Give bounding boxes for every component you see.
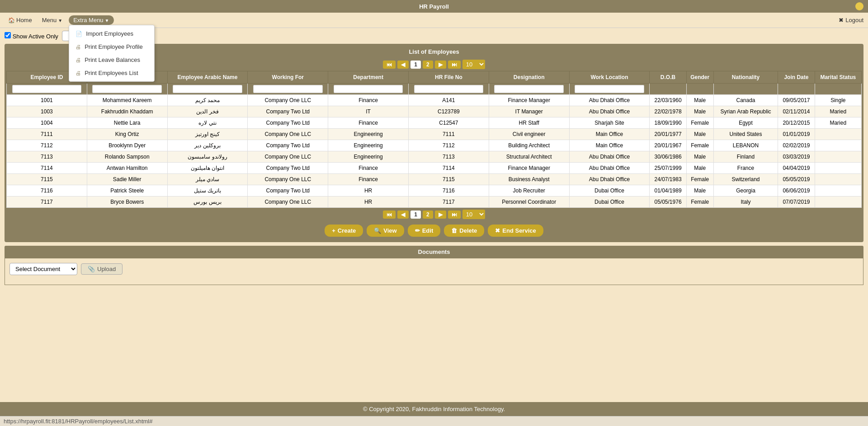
- table-cell: Main Office: [569, 129, 650, 140]
- create-label: Create: [338, 227, 356, 234]
- table-cell: Male: [686, 163, 713, 174]
- extra-menu-label: Extra Menu: [73, 17, 103, 23]
- table-row[interactable]: 1001Mohammed Kareemمحمد كريمCompany One …: [7, 95, 862, 106]
- prev-page-btn[interactable]: ◀: [397, 61, 409, 69]
- table-row[interactable]: 7117Bryce Bowersبريس بورسCompany One LLC…: [7, 197, 862, 208]
- table-row[interactable]: 7112Brooklynn Dyerبروكلين ديرCompany Two…: [7, 140, 862, 151]
- filter-designation[interactable]: [494, 85, 564, 93]
- table-cell: 7113: [7, 151, 87, 163]
- table-row[interactable]: 1003Fakhruddin Khaddamفخر الدينCompany T…: [7, 106, 862, 117]
- bottom-prev-page-btn[interactable]: ◀: [397, 211, 409, 219]
- table-cell: Civil engineer: [489, 129, 569, 140]
- end-service-button[interactable]: ✖ End Service: [488, 225, 543, 237]
- table-cell: Company One LLC: [248, 95, 328, 106]
- table-cell: Company One LLC: [248, 197, 328, 208]
- table-cell: Italy: [713, 197, 778, 208]
- table-cell: Male: [686, 95, 713, 106]
- table-row[interactable]: 7111King Ortizكينج اورتيزCompany One LLC…: [7, 129, 862, 140]
- table-cell: Male: [686, 129, 713, 140]
- table-cell: HR: [328, 197, 409, 208]
- extra-menu-dropdown: 📄 Import Employees 🖨 Print Employee Prof…: [69, 25, 155, 82]
- nav-extra-menu[interactable]: Extra Menu 📄 Import Employees 🖨 Print Em…: [69, 15, 113, 25]
- table-row[interactable]: 7115Sadie Millerسادي ميلرCompany One LLC…: [7, 174, 862, 185]
- filter-employee-name[interactable]: [92, 85, 162, 93]
- first-page-btn[interactable]: ⏮: [383, 61, 396, 69]
- table-cell: C123789: [408, 106, 489, 117]
- menu-print-employees-list[interactable]: 🖨 Print Employees List: [69, 66, 154, 80]
- table-cell: Female: [686, 174, 713, 185]
- filter-hr-file[interactable]: [414, 85, 484, 93]
- table-cell: [815, 197, 861, 208]
- end-service-label: End Service: [502, 227, 536, 234]
- page-2-btn[interactable]: 2: [423, 61, 433, 69]
- logout-button[interactable]: ✖ Logout: [839, 17, 863, 23]
- filter-employee-id[interactable]: [12, 85, 82, 93]
- menu-print-employee-profile[interactable]: 🖨 Print Employee Profile: [69, 40, 154, 53]
- table-row[interactable]: 1004Nettie Laraنتي لارهCompany Two LtdFi…: [7, 117, 862, 129]
- print-employees-list-icon: 🖨: [75, 70, 81, 76]
- last-page-btn[interactable]: ⏭: [448, 61, 461, 69]
- table-cell: Single: [815, 95, 861, 106]
- per-page-select[interactable]: 10 25 50 100: [462, 60, 485, 69]
- end-service-icon: ✖: [495, 227, 500, 234]
- table-cell: Abu Dhabi Office: [569, 95, 650, 106]
- table-cell: A141: [408, 95, 489, 106]
- table-cell: 22/03/1960: [650, 95, 686, 106]
- table-cell: Female: [686, 140, 713, 151]
- upload-label: Upload: [97, 266, 116, 272]
- next-page-btn[interactable]: ▶: [435, 61, 446, 69]
- table-cell: Fakhruddin Khaddam: [87, 106, 167, 117]
- filter-working-for[interactable]: [253, 85, 323, 93]
- bottom-next-page-btn[interactable]: ▶: [435, 211, 446, 219]
- table-cell: 01/04/1989: [650, 185, 686, 197]
- table-cell: بروكلين دير: [167, 140, 248, 151]
- table-cell: فخر الدين: [167, 106, 248, 117]
- table-cell: [815, 185, 861, 197]
- table-cell: King Ortiz: [87, 129, 167, 140]
- table-cell: Company Two Ltd: [248, 185, 328, 197]
- delete-button[interactable]: 🗑 Delete: [444, 225, 484, 237]
- bottom-per-page-select[interactable]: 10 25 50 100: [462, 210, 485, 219]
- table-cell: 05/05/1976: [650, 197, 686, 208]
- filter-arabic-name[interactable]: [173, 85, 242, 93]
- table-cell: Maried: [815, 117, 861, 129]
- table-cell: [815, 140, 861, 151]
- table-cell: بريس بورس: [167, 197, 248, 208]
- delete-label: Delete: [459, 227, 477, 234]
- top-bar: HR Payroll: [0, 0, 868, 13]
- table-cell: Female: [686, 117, 713, 129]
- bottom-first-page-btn[interactable]: ⏮: [383, 211, 396, 219]
- nav-menu[interactable]: Menu: [38, 15, 66, 25]
- filter-department[interactable]: [334, 85, 403, 93]
- edit-icon: ✏: [415, 227, 420, 234]
- status-bar: https://hrpayroll.fit:8181/HRPayroll/emp…: [0, 416, 868, 426]
- action-bar: + Create 🔍 View ✏ Edit 🗑 Delete ✖ End Se…: [6, 221, 862, 240]
- table-cell: 20/01/1977: [650, 129, 686, 140]
- bottom-page-2-btn[interactable]: 2: [423, 211, 433, 219]
- table-cell: Dubai Office: [569, 185, 650, 197]
- table-cell: Antwan Hamilton: [87, 163, 167, 174]
- table-cell: Sharjah Site: [569, 117, 650, 129]
- table-cell: 01/01/2019: [778, 129, 815, 140]
- menu-print-leave-balances[interactable]: 🖨 Print Leave Balances: [69, 53, 154, 66]
- table-cell: Personnel Coordinator: [489, 197, 569, 208]
- filter-work-location[interactable]: [575, 85, 644, 93]
- document-select[interactable]: Select Document: [9, 263, 77, 275]
- table-cell: 1003: [7, 106, 87, 117]
- logout-icon: ✖: [839, 17, 844, 23]
- table-row[interactable]: 7113Rolando Sampsonرولاندو سامبسونCompan…: [7, 151, 862, 163]
- create-button[interactable]: + Create: [325, 225, 363, 237]
- table-row[interactable]: 7116Patrick Steeleباتريك ستيلCompany Two…: [7, 185, 862, 197]
- edit-button[interactable]: ✏ Edit: [408, 225, 441, 237]
- bottom-page-1-btn[interactable]: 1: [410, 211, 421, 219]
- table-row[interactable]: 7114Antwan Hamiltonانتوان هاميلتونCompan…: [7, 163, 862, 174]
- nav-bar: Home Menu Extra Menu 📄 Import Employees …: [0, 13, 868, 28]
- view-button[interactable]: 🔍 View: [367, 225, 404, 237]
- table-cell: كينج اورتيز: [167, 129, 248, 140]
- show-active-only-checkbox[interactable]: [5, 32, 11, 38]
- bottom-last-page-btn[interactable]: ⏭: [448, 211, 461, 219]
- upload-button[interactable]: 📎 Upload: [81, 263, 123, 275]
- nav-home[interactable]: Home: [5, 15, 36, 25]
- menu-import-employees[interactable]: 📄 Import Employees: [69, 27, 154, 40]
- page-1-btn[interactable]: 1: [410, 61, 421, 69]
